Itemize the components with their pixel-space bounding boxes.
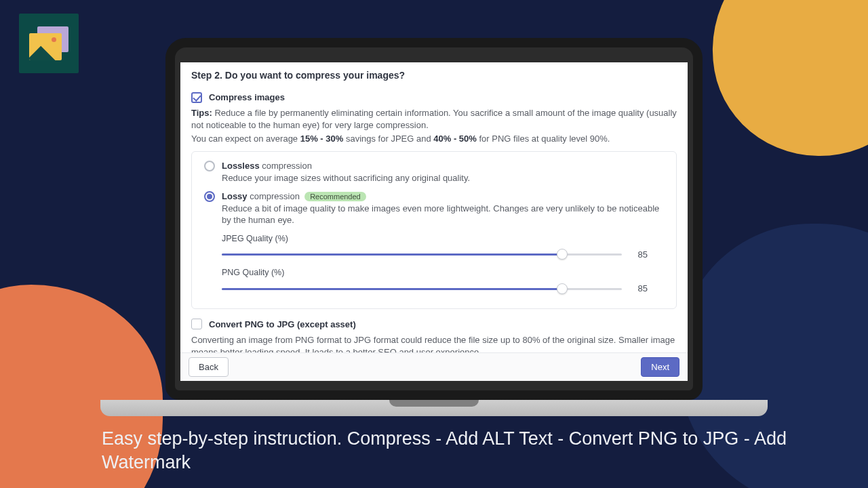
compress-images-label: Compress images [209,92,285,104]
jpeg-quality-slider[interactable] [222,249,622,260]
jpeg-quality-value: 85 [631,249,648,261]
step-title: Step 2. Do you want to compress your ima… [191,69,677,82]
laptop-frame: Step 2. Do you want to compress your ima… [165,38,703,400]
lossy-title: Lossy compression Recommended [222,190,366,203]
convert-png-checkbox[interactable] [191,319,202,329]
convert-png-desc: Converting an image from PNG format to J… [191,334,677,352]
lossless-title: Lossless compression [222,160,312,172]
expect-text: You can expect on average 15% - 30% savi… [191,133,677,145]
convert-png-label: Convert PNG to JPG (except asset) [209,319,356,331]
app-logo-badge [19,14,79,73]
app-screen: Step 2. Do you want to compress your ima… [180,62,688,381]
wizard-footer: Back Next [180,352,688,381]
back-button[interactable]: Back [189,357,229,377]
recommended-badge: Recommended [304,192,366,201]
tips-text: Tips: Reduce a file by permanently elimi… [191,107,677,131]
decorative-shape-yellow [695,0,868,173]
lossy-desc: Reduce a bit of image quality to make im… [222,203,664,226]
png-quality-label: PNG Quality (%) [222,267,664,279]
jpeg-quality-label: JPEG Quality (%) [222,233,664,245]
lossless-radio[interactable] [204,161,215,171]
lossy-radio[interactable] [204,191,215,202]
lossless-desc: Reduce your image sizes without sacrific… [222,172,664,184]
next-button[interactable]: Next [641,357,679,377]
laptop-notch [389,400,479,407]
png-quality-slider[interactable] [222,283,622,294]
tips-body: Reduce a file by permanently eliminating… [191,108,677,130]
tips-lead: Tips: [191,108,212,118]
compress-images-checkbox[interactable] [191,92,202,103]
image-icon [29,26,68,60]
png-quality-value: 85 [631,283,648,295]
compression-options-card: Lossless compression Reduce your image s… [191,151,677,309]
marketing-caption: Easy step-by-step instruction. Compress … [102,427,814,474]
